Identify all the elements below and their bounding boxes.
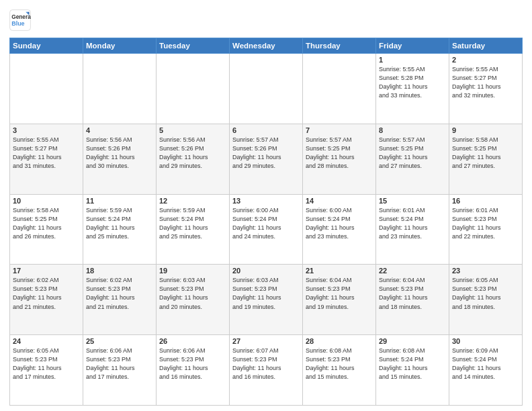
day-number: 5 <box>159 126 226 134</box>
day-number: 23 <box>452 267 519 275</box>
logo-svg: General Blue <box>9 8 31 32</box>
day-number: 16 <box>452 197 519 205</box>
day-info: Sunrise: 6:05 AMSunset: 5:23 PMDaylight:… <box>452 276 519 311</box>
day-number: 29 <box>379 337 446 345</box>
day-number: 27 <box>232 337 300 345</box>
day-info: Sunrise: 5:59 AMSunset: 5:24 PMDaylight:… <box>86 206 153 241</box>
calendar-cell: 14Sunrise: 6:00 AMSunset: 5:24 PMDayligh… <box>303 194 376 265</box>
day-info: Sunrise: 5:59 AMSunset: 5:24 PMDaylight:… <box>159 206 226 241</box>
calendar-week-0: 1Sunrise: 5:55 AMSunset: 5:28 PMDaylight… <box>10 54 523 124</box>
day-number: 12 <box>159 197 226 205</box>
weekday-header-row: SundayMondayTuesdayWednesdayThursdayFrid… <box>10 38 523 54</box>
day-info: Sunrise: 6:04 AMSunset: 5:23 PMDaylight:… <box>306 276 373 311</box>
calendar-cell: 18Sunrise: 6:02 AMSunset: 5:23 PMDayligh… <box>83 265 157 335</box>
day-number: 4 <box>86 126 153 134</box>
day-info: Sunrise: 5:58 AMSunset: 5:25 PMDaylight:… <box>452 136 519 171</box>
day-number: 6 <box>232 126 300 134</box>
weekday-thursday: Thursday <box>303 38 376 54</box>
calendar-cell: 21Sunrise: 6:04 AMSunset: 5:23 PMDayligh… <box>303 265 376 335</box>
header: General Blue <box>9 8 523 32</box>
calendar-cell <box>230 54 303 124</box>
day-number: 26 <box>159 337 226 345</box>
svg-text:General: General <box>11 13 31 20</box>
day-info: Sunrise: 6:08 AMSunset: 5:23 PMDaylight:… <box>306 347 373 381</box>
day-info: Sunrise: 5:56 AMSunset: 5:26 PMDaylight:… <box>159 136 226 171</box>
calendar-cell: 28Sunrise: 6:08 AMSunset: 5:23 PMDayligh… <box>303 335 376 406</box>
calendar-cell: 2Sunrise: 5:55 AMSunset: 5:27 PMDaylight… <box>449 54 523 124</box>
calendar-cell: 6Sunrise: 5:57 AMSunset: 5:26 PMDaylight… <box>230 124 303 194</box>
calendar-cell: 24Sunrise: 6:05 AMSunset: 5:23 PMDayligh… <box>10 335 83 406</box>
calendar-cell: 15Sunrise: 6:01 AMSunset: 5:24 PMDayligh… <box>376 194 449 265</box>
weekday-friday: Friday <box>376 38 449 54</box>
calendar-cell: 25Sunrise: 6:06 AMSunset: 5:23 PMDayligh… <box>83 335 157 406</box>
day-info: Sunrise: 5:58 AMSunset: 5:25 PMDaylight:… <box>13 206 80 241</box>
day-number: 9 <box>452 126 519 134</box>
calendar-week-3: 17Sunrise: 6:02 AMSunset: 5:23 PMDayligh… <box>10 265 523 335</box>
day-info: Sunrise: 5:56 AMSunset: 5:26 PMDaylight:… <box>86 136 153 171</box>
day-info: Sunrise: 5:57 AMSunset: 5:25 PMDaylight:… <box>306 136 373 171</box>
day-number: 25 <box>86 337 153 345</box>
calendar-cell: 8Sunrise: 5:57 AMSunset: 5:25 PMDaylight… <box>376 124 449 194</box>
calendar-cell: 19Sunrise: 6:03 AMSunset: 5:23 PMDayligh… <box>157 265 230 335</box>
day-number: 13 <box>232 197 300 205</box>
weekday-sunday: Sunday <box>10 38 83 54</box>
calendar-cell <box>303 54 376 124</box>
day-info: Sunrise: 5:55 AMSunset: 5:27 PMDaylight:… <box>452 65 519 100</box>
calendar-cell: 27Sunrise: 6:07 AMSunset: 5:23 PMDayligh… <box>230 335 303 406</box>
calendar-week-4: 24Sunrise: 6:05 AMSunset: 5:23 PMDayligh… <box>10 335 523 406</box>
day-number: 8 <box>379 126 446 134</box>
calendar-cell: 11Sunrise: 5:59 AMSunset: 5:24 PMDayligh… <box>83 194 157 265</box>
day-number: 1 <box>379 56 446 64</box>
calendar-header: SundayMondayTuesdayWednesdayThursdayFrid… <box>10 38 523 54</box>
day-number: 20 <box>232 267 300 275</box>
day-info: Sunrise: 6:03 AMSunset: 5:23 PMDaylight:… <box>232 276 300 311</box>
day-info: Sunrise: 6:04 AMSunset: 5:23 PMDaylight:… <box>379 276 446 311</box>
day-number: 19 <box>159 267 226 275</box>
day-info: Sunrise: 6:00 AMSunset: 5:24 PMDaylight:… <box>232 206 300 241</box>
calendar-cell: 12Sunrise: 5:59 AMSunset: 5:24 PMDayligh… <box>157 194 230 265</box>
day-info: Sunrise: 5:55 AMSunset: 5:27 PMDaylight:… <box>13 136 80 171</box>
weekday-wednesday: Wednesday <box>230 38 303 54</box>
weekday-monday: Monday <box>83 38 157 54</box>
calendar-cell: 4Sunrise: 5:56 AMSunset: 5:26 PMDaylight… <box>83 124 157 194</box>
day-number: 15 <box>379 197 446 205</box>
day-info: Sunrise: 6:05 AMSunset: 5:23 PMDaylight:… <box>13 347 80 381</box>
day-number: 2 <box>452 56 519 64</box>
day-number: 10 <box>13 197 80 205</box>
day-info: Sunrise: 5:55 AMSunset: 5:28 PMDaylight:… <box>379 65 446 100</box>
weekday-tuesday: Tuesday <box>157 38 230 54</box>
calendar-cell <box>10 54 83 124</box>
calendar-cell: 9Sunrise: 5:58 AMSunset: 5:25 PMDaylight… <box>449 124 523 194</box>
day-number: 14 <box>306 197 373 205</box>
day-info: Sunrise: 6:06 AMSunset: 5:23 PMDaylight:… <box>159 347 226 381</box>
day-number: 24 <box>13 337 80 345</box>
calendar-cell: 7Sunrise: 5:57 AMSunset: 5:25 PMDaylight… <box>303 124 376 194</box>
calendar-cell: 23Sunrise: 6:05 AMSunset: 5:23 PMDayligh… <box>449 265 523 335</box>
calendar-cell: 13Sunrise: 6:00 AMSunset: 5:24 PMDayligh… <box>230 194 303 265</box>
day-info: Sunrise: 6:01 AMSunset: 5:24 PMDaylight:… <box>379 206 446 241</box>
day-info: Sunrise: 6:02 AMSunset: 5:23 PMDaylight:… <box>13 276 80 311</box>
weekday-saturday: Saturday <box>449 38 523 54</box>
calendar-cell: 3Sunrise: 5:55 AMSunset: 5:27 PMDaylight… <box>10 124 83 194</box>
calendar-cell <box>83 54 157 124</box>
calendar-cell: 29Sunrise: 6:08 AMSunset: 5:24 PMDayligh… <box>376 335 449 406</box>
day-number: 21 <box>306 267 373 275</box>
day-number: 28 <box>306 337 373 345</box>
calendar-cell: 22Sunrise: 6:04 AMSunset: 5:23 PMDayligh… <box>376 265 449 335</box>
calendar-cell: 30Sunrise: 6:09 AMSunset: 5:24 PMDayligh… <box>449 335 523 406</box>
logo: General Blue <box>9 8 35 32</box>
day-number: 18 <box>86 267 153 275</box>
calendar-cell: 10Sunrise: 5:58 AMSunset: 5:25 PMDayligh… <box>10 194 83 265</box>
page-container: General Blue SundayMondayTuesdayWednesda… <box>0 0 532 411</box>
calendar-cell: 1Sunrise: 5:55 AMSunset: 5:28 PMDaylight… <box>376 54 449 124</box>
svg-text:Blue: Blue <box>11 20 24 27</box>
calendar-cell: 16Sunrise: 6:01 AMSunset: 5:23 PMDayligh… <box>449 194 523 265</box>
calendar-cell: 20Sunrise: 6:03 AMSunset: 5:23 PMDayligh… <box>230 265 303 335</box>
day-info: Sunrise: 6:00 AMSunset: 5:24 PMDaylight:… <box>306 206 373 241</box>
day-info: Sunrise: 6:06 AMSunset: 5:23 PMDaylight:… <box>86 347 153 381</box>
day-number: 3 <box>13 126 80 134</box>
day-info: Sunrise: 6:08 AMSunset: 5:24 PMDaylight:… <box>379 347 446 381</box>
calendar-cell: 26Sunrise: 6:06 AMSunset: 5:23 PMDayligh… <box>157 335 230 406</box>
day-info: Sunrise: 5:57 AMSunset: 5:26 PMDaylight:… <box>232 136 300 171</box>
calendar-cell <box>157 54 230 124</box>
